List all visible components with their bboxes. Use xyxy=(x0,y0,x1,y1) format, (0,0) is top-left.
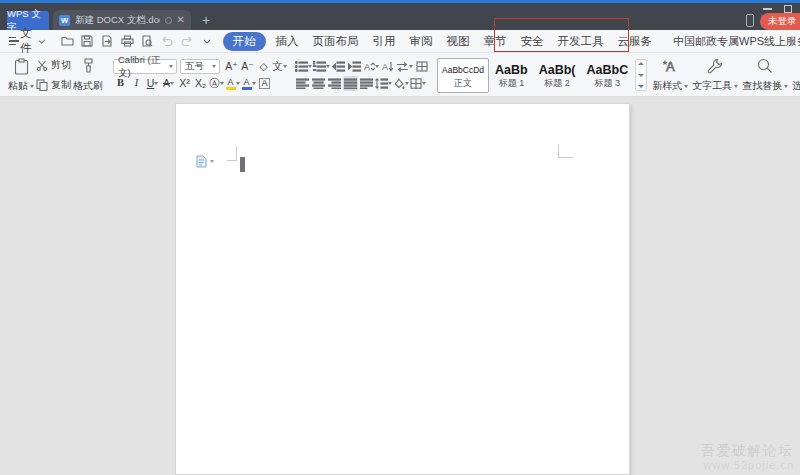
redo-icon[interactable] xyxy=(179,33,196,50)
more-commands-icon[interactable] xyxy=(199,33,216,50)
character-scale-button[interactable]: A xyxy=(363,59,379,74)
export-pdf-icon[interactable] xyxy=(99,33,116,50)
numbered-list-button[interactable] xyxy=(313,59,330,74)
bold-button[interactable]: B xyxy=(113,76,128,91)
expand-gallery-icon[interactable] xyxy=(638,85,644,88)
pinyin-glyph: 文 xyxy=(272,61,283,72)
document-area[interactable]: 吾爱破解论坛 www.52pojie.cn xyxy=(0,97,800,475)
dropdown-arrow xyxy=(326,65,330,68)
quick-access-toolbar xyxy=(59,33,216,50)
print-preview-icon[interactable] xyxy=(139,33,156,50)
distribute-button[interactable] xyxy=(359,76,374,91)
style-heading1[interactable]: AaBb 标题 1 xyxy=(490,58,533,93)
underline-button[interactable]: U xyxy=(145,76,160,91)
hamburger-icon xyxy=(9,37,16,45)
style-label: 标题 3 xyxy=(595,78,621,89)
justify-button[interactable] xyxy=(343,76,358,91)
new-style-button[interactable]: A 新样式 xyxy=(650,56,690,94)
dropdown-arrow xyxy=(308,65,312,68)
find-replace-button[interactable]: 查找替换 xyxy=(740,56,790,94)
dropdown-arrow xyxy=(169,65,173,68)
dropdown-arrow xyxy=(210,160,214,163)
highlight-color-button[interactable]: A xyxy=(225,76,240,91)
increase-indent-button[interactable] xyxy=(347,59,362,74)
style-normal[interactable]: AaBbCcDd 正文 xyxy=(437,58,489,93)
dropdown-arrow xyxy=(220,82,224,85)
clipboard-icon xyxy=(14,58,29,75)
font-size-select[interactable]: 五号 xyxy=(180,59,220,74)
tab-review[interactable]: 审阅 xyxy=(404,32,439,51)
align-center-button[interactable] xyxy=(311,76,326,91)
gallery-scroll-arrows[interactable] xyxy=(635,59,647,91)
cut-copy-column: 剪切 复制 xyxy=(36,56,71,94)
save-icon[interactable] xyxy=(79,33,96,50)
scroll-up-icon[interactable] xyxy=(638,62,644,65)
font-color-glyph: A xyxy=(243,78,249,87)
print-icon[interactable] xyxy=(119,33,136,50)
dropdown-arrow xyxy=(734,85,738,88)
align-left-button[interactable] xyxy=(295,76,310,91)
tab-insert[interactable]: 插入 xyxy=(270,32,305,51)
clear-format-button[interactable]: ◇ xyxy=(256,59,271,74)
open-folder-icon[interactable] xyxy=(59,33,76,50)
file-menu[interactable]: 文件 xyxy=(9,26,44,56)
shading-button[interactable] xyxy=(393,76,409,91)
tab-home[interactable]: 开始 xyxy=(223,32,266,51)
scroll-down-icon[interactable] xyxy=(638,74,644,77)
sort-button[interactable]: A xyxy=(380,59,395,74)
italic-button[interactable]: I xyxy=(129,76,144,91)
font-color-button[interactable]: A xyxy=(241,76,256,91)
text-tools-label: 文字工具 xyxy=(692,79,732,93)
format-painter-button[interactable]: 格式刷 xyxy=(71,56,105,94)
tab-references[interactable]: 引用 xyxy=(367,32,402,51)
tab-section[interactable]: 章节 xyxy=(478,32,513,51)
borders-button[interactable] xyxy=(410,76,426,91)
line-spacing-button[interactable] xyxy=(375,76,392,91)
document-tab[interactable]: W 新建 DOCX 文档.docx ✕ xyxy=(53,10,191,30)
clipboard-group: 粘贴 剪切 复制 格式刷 xyxy=(6,56,105,94)
bullet-list-button[interactable] xyxy=(295,59,312,74)
style-heading2[interactable]: AaBb( 标题 2 xyxy=(534,58,581,93)
paste-options-button[interactable] xyxy=(196,155,214,168)
table-grid-button[interactable] xyxy=(414,59,429,74)
text-tools-button[interactable]: 文字工具 xyxy=(690,56,740,94)
cut-button[interactable]: 剪切 xyxy=(36,58,71,72)
tab-view[interactable]: 视图 xyxy=(441,32,476,51)
tab-security[interactable]: 安全 xyxy=(515,32,550,51)
circled-character-button[interactable]: Ⓐ xyxy=(209,76,224,91)
align-right-button[interactable] xyxy=(327,76,342,91)
font-family-select[interactable]: Calibri (正文) xyxy=(113,59,177,74)
select-button[interactable]: 选择 xyxy=(790,56,800,94)
character-border-button[interactable]: A xyxy=(257,76,272,91)
tab-cloud-service[interactable]: 云服务 xyxy=(612,32,659,51)
copy-button[interactable]: 复制 xyxy=(36,78,71,92)
minimize-icon[interactable] xyxy=(763,8,772,10)
shrink-font-button[interactable]: A⁻ xyxy=(240,59,255,74)
login-button[interactable]: 未登录 xyxy=(760,13,800,30)
superscript-button[interactable]: X² xyxy=(177,76,192,91)
new-tab-button[interactable]: + xyxy=(202,12,210,28)
pinyin-guide-button[interactable]: 文 xyxy=(272,59,287,74)
maximize-icon[interactable] xyxy=(784,5,792,13)
font-size-value: 五号 xyxy=(185,60,204,73)
style-heading3[interactable]: AaBbC 标题 3 xyxy=(582,58,634,93)
titlebar: WPS 文字 W 新建 DOCX 文档.docx ✕ + 未登录 xyxy=(0,3,800,30)
mobile-device-icon[interactable] xyxy=(746,14,754,27)
strikethrough-button[interactable]: A xyxy=(161,76,176,91)
style-label: 正文 xyxy=(454,78,472,89)
tab-page-layout[interactable]: 页面布局 xyxy=(307,32,365,51)
svg-text:A: A xyxy=(364,62,370,72)
tab-pin-icon[interactable] xyxy=(165,17,172,24)
dropdown-arrow xyxy=(684,85,688,88)
paste-button[interactable]: 粘贴 xyxy=(6,56,36,94)
decrease-indent-button[interactable] xyxy=(331,59,346,74)
select-label: 选择 xyxy=(792,79,800,93)
promo-link[interactable]: 中国邮政专属WPS线上服务通道 xyxy=(673,34,800,49)
undo-icon[interactable] xyxy=(159,33,176,50)
tab-close-icon[interactable]: ✕ xyxy=(177,15,185,25)
cut-label: 剪切 xyxy=(51,58,71,72)
grow-font-button[interactable]: A⁺ xyxy=(224,59,239,74)
asian-layout-button[interactable] xyxy=(396,59,413,74)
tab-developer[interactable]: 开发工具 xyxy=(552,32,610,51)
subscript-button[interactable]: X₂ xyxy=(193,76,208,91)
